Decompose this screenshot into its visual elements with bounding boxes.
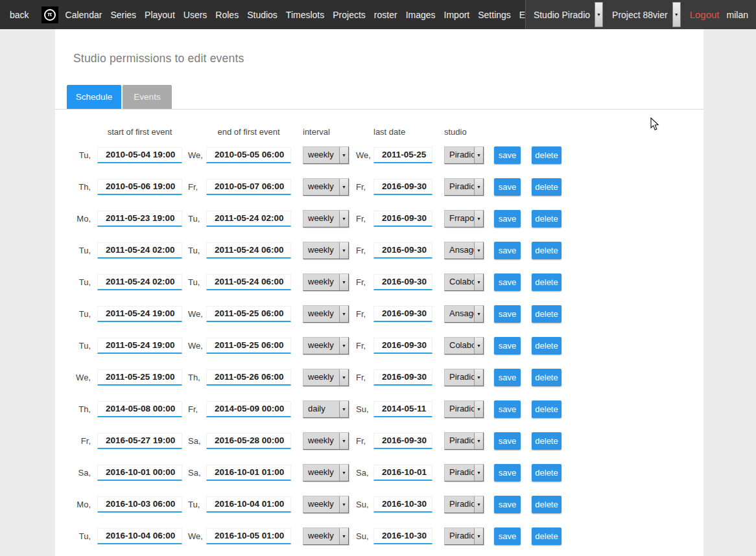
chevron-down-icon[interactable]: ▼ [339, 496, 348, 513]
start-datetime-input[interactable] [97, 242, 182, 259]
chevron-down-icon[interactable]: ▼ [672, 2, 681, 27]
end-datetime-input[interactable] [206, 274, 291, 290]
chevron-down-icon[interactable]: ▼ [474, 274, 483, 290]
nav-item-users[interactable]: Users [183, 10, 207, 20]
back-link[interactable]: back [0, 10, 36, 20]
last-date-input[interactable] [373, 338, 432, 354]
end-datetime-input[interactable] [206, 179, 291, 195]
nav-item-roles[interactable]: Roles [215, 10, 239, 20]
last-date-input[interactable] [373, 528, 432, 544]
studio-select[interactable]: Piradio ▼ [444, 178, 484, 196]
save-button[interactable]: save [494, 337, 521, 354]
nav-item-playout[interactable]: Playout [145, 10, 175, 20]
delete-button[interactable]: delete [532, 337, 561, 354]
chevron-down-icon[interactable]: ▼ [339, 369, 348, 386]
chevron-down-icon[interactable]: ▼ [474, 242, 483, 259]
start-datetime-input[interactable] [97, 433, 182, 449]
start-datetime-input[interactable] [97, 306, 182, 322]
tab-events[interactable]: Events [123, 85, 172, 109]
interval-select[interactable]: weekly ▼ [303, 178, 349, 196]
chevron-down-icon[interactable]: ▼ [474, 306, 483, 322]
delete-button[interactable]: delete [532, 146, 561, 164]
start-datetime-input[interactable] [97, 211, 182, 227]
last-date-input[interactable] [373, 179, 432, 195]
chevron-down-icon[interactable]: ▼ [339, 274, 348, 290]
interval-select[interactable]: weekly ▼ [303, 337, 349, 354]
end-datetime-input[interactable] [206, 401, 291, 417]
nav-item-settings[interactable]: Settings [478, 10, 511, 20]
start-datetime-input[interactable] [97, 401, 182, 417]
chevron-down-icon[interactable]: ▼ [474, 433, 483, 449]
chevron-down-icon[interactable]: ▼ [339, 211, 348, 227]
nav-item-timeslots[interactable]: Timeslots [286, 10, 324, 20]
save-button[interactable]: save [494, 305, 521, 323]
chevron-down-icon[interactable]: ▼ [474, 369, 483, 386]
delete-button[interactable]: delete [532, 273, 561, 291]
chevron-down-icon[interactable]: ▼ [339, 528, 348, 544]
chevron-down-icon[interactable]: ▼ [474, 179, 483, 195]
chevron-down-icon[interactable]: ▼ [339, 433, 348, 449]
save-button[interactable]: save [494, 400, 521, 418]
delete-button[interactable]: delete [532, 496, 561, 513]
delete-button[interactable]: delete [532, 400, 561, 418]
chevron-down-icon[interactable]: ▼ [474, 211, 483, 227]
delete-button[interactable]: delete [532, 210, 561, 227]
end-datetime-input[interactable] [206, 306, 291, 322]
nav-item-images[interactable]: Images [406, 10, 436, 20]
end-datetime-input[interactable] [206, 465, 291, 481]
chevron-down-icon[interactable]: ▼ [474, 496, 483, 513]
interval-select[interactable]: weekly ▼ [303, 305, 349, 323]
last-date-input[interactable] [373, 433, 432, 449]
studio-select[interactable]: Piradio ▼ [444, 146, 484, 164]
chevron-down-icon[interactable]: ▼ [474, 465, 483, 481]
chevron-down-icon[interactable]: ▼ [339, 465, 348, 481]
end-datetime-input[interactable] [206, 369, 291, 386]
piradio-logo-icon[interactable]: π [41, 6, 58, 23]
studio-select[interactable]: Ansage ▼ [444, 242, 484, 259]
end-datetime-input[interactable] [206, 433, 291, 449]
start-datetime-input[interactable] [97, 147, 182, 163]
studio-select[interactable]: Piradio ▼ [444, 496, 484, 513]
chevron-down-icon[interactable]: ▼ [339, 242, 348, 259]
chevron-down-icon[interactable]: ▼ [339, 401, 348, 417]
interval-select[interactable]: weekly ▼ [303, 464, 349, 481]
nav-item-series[interactable]: Series [110, 10, 136, 20]
save-button[interactable]: save [494, 178, 521, 196]
chevron-down-icon[interactable]: ▼ [474, 401, 483, 417]
studio-select[interactable]: Colabo ▼ [444, 337, 484, 354]
delete-button[interactable]: delete [532, 432, 561, 450]
interval-select[interactable]: daily ▼ [303, 400, 349, 418]
interval-select[interactable]: weekly ▼ [303, 242, 349, 259]
chevron-down-icon[interactable]: ▼ [339, 338, 348, 354]
interval-select[interactable]: weekly ▼ [303, 432, 349, 450]
interval-select[interactable]: weekly ▼ [303, 146, 349, 164]
studio-select[interactable]: Colabo ▼ [444, 273, 484, 291]
interval-select[interactable]: weekly ▼ [303, 210, 349, 227]
save-button[interactable]: save [494, 369, 521, 386]
end-datetime-input[interactable] [206, 147, 291, 163]
last-date-input[interactable] [373, 242, 432, 259]
studio-select[interactable]: Ansage ▼ [444, 305, 484, 323]
studio-select[interactable]: Frrapo ▼ [444, 210, 484, 227]
last-date-input[interactable] [373, 401, 432, 417]
last-date-input[interactable] [373, 274, 432, 290]
delete-button[interactable]: delete [532, 178, 561, 196]
save-button[interactable]: save [494, 527, 521, 545]
start-datetime-input[interactable] [97, 496, 182, 513]
interval-select[interactable]: weekly ▼ [303, 496, 349, 513]
delete-button[interactable]: delete [532, 242, 561, 259]
chevron-down-icon[interactable]: ▼ [474, 338, 483, 354]
nav-item-studios[interactable]: Studios [247, 10, 278, 20]
last-date-input[interactable] [373, 306, 432, 322]
save-button[interactable]: save [494, 273, 521, 291]
start-datetime-input[interactable] [97, 465, 182, 481]
start-datetime-input[interactable] [97, 274, 182, 290]
interval-select[interactable]: weekly ▼ [303, 527, 349, 545]
delete-button[interactable]: delete [532, 527, 561, 545]
interval-select[interactable]: weekly ▼ [303, 369, 349, 386]
end-datetime-input[interactable] [206, 211, 291, 227]
save-button[interactable]: save [494, 146, 521, 164]
last-date-input[interactable] [373, 496, 432, 513]
start-datetime-input[interactable] [97, 338, 182, 354]
chevron-down-icon[interactable]: ▼ [339, 306, 348, 322]
